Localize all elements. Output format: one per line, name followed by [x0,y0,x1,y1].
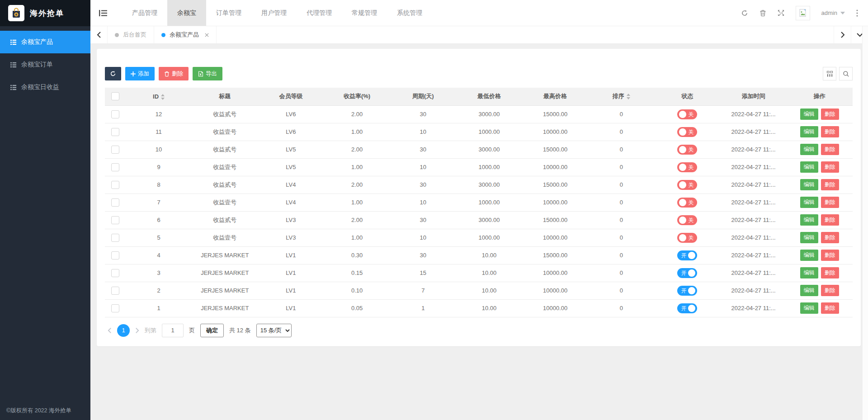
prev-page-icon[interactable] [108,327,112,334]
status-toggle[interactable]: 关 [677,127,697,137]
status-toggle[interactable]: 关 [677,215,697,225]
cell-cycle: 15 [390,264,456,282]
row-delete-button[interactable]: 删除 [821,232,839,243]
edit-button[interactable]: 编辑 [800,214,818,226]
nav-item[interactable]: 产品管理 [122,0,167,26]
status-toggle[interactable]: 关 [677,162,697,172]
current-page[interactable]: 1 [117,324,130,337]
row-checkbox[interactable] [111,216,119,224]
row-delete-button[interactable]: 删除 [821,214,839,226]
status-toggle[interactable]: 关 [677,145,697,155]
edit-button[interactable]: 编辑 [800,302,818,314]
row-delete-button[interactable]: 删除 [821,197,839,208]
status-toggle[interactable]: 关 [677,233,697,243]
nav-item[interactable]: 系统管理 [387,0,432,26]
table-row: 6 收益贰号 LV3 2.00 30 3000.00 15000.00 0 关 [105,211,853,229]
status-toggle[interactable]: 开 [677,268,697,278]
edit-button[interactable]: 编辑 [800,232,818,243]
row-delete-button[interactable]: 删除 [821,267,839,278]
goto-page-input[interactable] [162,324,184,337]
row-checkbox[interactable] [111,181,119,189]
row-delete-button[interactable]: 删除 [821,109,839,120]
search-icon[interactable] [839,67,853,80]
row-checkbox[interactable] [111,110,119,118]
column-header: 操作 [787,88,853,105]
nav-item[interactable]: 代理管理 [297,0,342,26]
toggle-knob [679,234,686,241]
cell-min-price: 10.00 [456,246,522,264]
row-delete-button[interactable]: 删除 [821,250,839,261]
row-delete-button[interactable]: 删除 [821,126,839,137]
sort-carets-icon[interactable] [627,94,630,99]
nav-item[interactable]: 余额宝 [167,0,206,26]
refresh-button[interactable] [105,67,121,80]
trash-icon[interactable] [760,9,766,17]
nav-item[interactable]: 订单管理 [206,0,251,26]
next-page-icon[interactable] [135,327,139,334]
cell-max-price: 10000.00 [522,264,588,282]
tab-yuebao-product[interactable]: 余额宝产品 [154,26,217,43]
status-toggle[interactable]: 关 [677,109,697,119]
nav-item-label: 常规管理 [352,9,377,17]
row-checkbox[interactable] [111,251,119,260]
sidebar-item[interactable]: 余额宝订单 [0,53,90,76]
edit-button[interactable]: 编辑 [800,126,818,137]
row-checkbox[interactable] [111,163,119,171]
edit-button[interactable]: 编辑 [800,161,818,173]
status-toggle[interactable]: 开 [677,286,697,296]
row-checkbox[interactable] [111,234,119,242]
status-toggle[interactable]: 开 [677,250,697,260]
row-delete-button[interactable]: 删除 [821,285,839,296]
toggle-columns-icon[interactable] [823,67,836,80]
more-menu-icon[interactable] [856,9,858,17]
row-checkbox[interactable] [111,198,119,207]
cell-max-price: 10000.00 [522,229,588,246]
cell-min-price: 1000.00 [456,229,522,246]
sidebar-item[interactable]: 余额宝产品 [0,31,90,53]
row-delete-button[interactable]: 删除 [821,161,839,173]
goto-confirm-button[interactable]: 确定 [200,324,224,337]
row-checkbox[interactable] [111,128,119,136]
row-checkbox[interactable] [111,269,119,277]
delete-button[interactable]: 删除 [159,67,189,80]
row-checkbox[interactable] [111,146,119,154]
row-checkbox[interactable] [111,304,119,312]
tab-home[interactable]: 后台首页 [108,26,154,43]
cell-rate: 0.30 [324,246,390,264]
scrollbar-track[interactable] [862,26,868,420]
edit-button[interactable]: 编辑 [800,197,818,208]
row-delete-button[interactable]: 删除 [821,144,839,155]
cell-actions: 编辑删除 [787,105,853,123]
edit-button[interactable]: 编辑 [800,179,818,190]
edit-button[interactable]: 编辑 [800,144,818,155]
nav-item[interactable]: 常规管理 [342,0,387,26]
status-toggle[interactable]: 关 [677,198,697,208]
edit-button[interactable]: 编辑 [800,250,818,261]
fullscreen-icon[interactable] [778,9,784,16]
export-button[interactable]: 导出 [193,67,222,80]
sort-carets-icon[interactable] [161,94,165,100]
row-delete-button[interactable]: 删除 [821,179,839,190]
avatar[interactable] [796,6,810,20]
sidebar-toggle-icon[interactable] [90,0,116,26]
tab-scroll-left-icon[interactable] [90,26,108,43]
tab-scroll-right-icon[interactable] [834,26,851,43]
row-delete-button[interactable]: 删除 [821,302,839,314]
list-icon [10,84,17,91]
toggle-label: 关 [688,215,693,225]
user-menu[interactable]: admin [821,9,845,16]
row-checkbox[interactable] [111,287,119,295]
sidebar-item[interactable]: 余额宝日收益 [0,76,90,99]
add-button[interactable]: 添加 [125,67,155,80]
select-all-checkbox[interactable] [111,92,119,100]
status-toggle[interactable]: 关 [677,180,697,190]
edit-button[interactable]: 编辑 [800,109,818,120]
refresh-icon[interactable] [741,9,748,17]
tab-close-icon[interactable] [205,33,209,37]
column-header-label: 标题 [219,93,231,99]
page-size-select[interactable]: 15 条/页 [256,324,292,337]
nav-item[interactable]: 用户管理 [251,0,297,26]
edit-button[interactable]: 编辑 [800,285,818,296]
edit-button[interactable]: 编辑 [800,267,818,278]
status-toggle[interactable]: 开 [677,303,697,313]
